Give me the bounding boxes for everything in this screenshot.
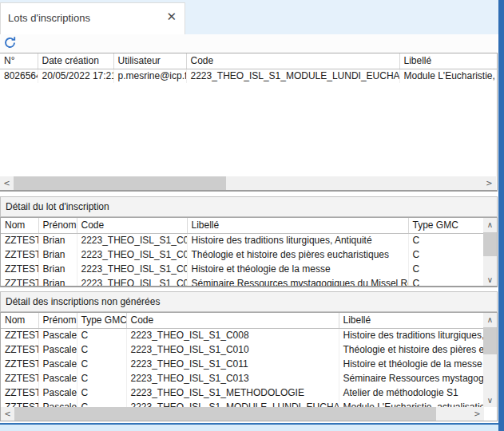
column-header[interactable]: Code bbox=[126, 313, 339, 328]
column-header[interactable]: Libellé bbox=[187, 218, 408, 233]
section-title: Détail des inscriptions non générées bbox=[6, 296, 160, 307]
cell: ZZTEST3 bbox=[1, 233, 38, 247]
cell: Histoire des traditions liturgiques, Ant bbox=[339, 328, 484, 342]
column-header[interactable]: Type GMC bbox=[77, 313, 126, 328]
cell: Histoire et théologie de la messe bbox=[339, 357, 484, 371]
scroll-down-icon[interactable]: ∨ bbox=[483, 393, 497, 407]
scrollbar-thumb[interactable] bbox=[483, 232, 497, 256]
tab-bar: Lots d'inscriptions ✕ bbox=[0, 0, 498, 34]
cell: 20/05/2022 17:21 bbox=[38, 69, 113, 83]
column-header[interactable]: Libellé bbox=[339, 313, 484, 328]
column-header[interactable]: Libellé bbox=[399, 53, 497, 69]
cell: C bbox=[408, 262, 484, 276]
column-header[interactable]: Date création bbox=[38, 53, 113, 69]
cell: C bbox=[408, 233, 484, 247]
cell: ZZTEST1 bbox=[1, 342, 38, 357]
cell: 2223_THEO_ISL_S1_METHODOLOGIE bbox=[126, 386, 339, 400]
cell: C bbox=[77, 342, 126, 357]
column-header[interactable]: Nom bbox=[1, 218, 38, 233]
cell: p.mesrine@icp.fr bbox=[113, 69, 186, 83]
tab-lots-inscriptions[interactable]: Lots d'inscriptions ✕ bbox=[0, 2, 185, 34]
non-generees-table: NomPrénomType GMCCodeLibelléZZTEST1Pasca… bbox=[1, 313, 484, 414]
table-row[interactable]: ZZTEST1PascaleC2223_THEO_ISL_S1_C011Hist… bbox=[1, 357, 484, 371]
cell: ZZTEST1 bbox=[1, 386, 38, 400]
table-row[interactable]: 8026564320/05/2022 17:21p.mesrine@icp.fr… bbox=[0, 69, 497, 83]
non-generees-grid-panel: NomPrénomType GMCCodeLibelléZZTEST1Pasca… bbox=[0, 312, 498, 421]
scrollbar-thumb[interactable] bbox=[483, 327, 497, 354]
cell: Histoire et théologie de la messe bbox=[187, 262, 408, 276]
cell: Pascale bbox=[38, 342, 77, 357]
cell: Théologie et histoire des pières euchari… bbox=[187, 247, 408, 262]
column-header[interactable]: Utilisateur bbox=[113, 53, 186, 69]
table-row[interactable]: ZZTEST3Brian2223_THEO_ISL_S1_C013Séminai… bbox=[1, 276, 484, 287]
table-row[interactable]: ZZTEST3Brian2223_THEO_ISL_S1_C010Théolog… bbox=[1, 247, 484, 262]
cell: C bbox=[77, 328, 126, 342]
cell: C bbox=[408, 276, 484, 287]
cell: 2223_THEO_ISL_S1_C013 bbox=[126, 371, 339, 386]
lots-table: N°Date créationUtilisateurCodeLibellé802… bbox=[0, 53, 497, 83]
cell: Séminaire Ressources mystagogiques bbox=[339, 371, 484, 386]
scroll-up-icon[interactable]: ∧ bbox=[483, 313, 497, 326]
cell: Brian bbox=[38, 276, 77, 287]
table-row[interactable]: ZZTEST1PascaleC2223_THEO_ISL_S1_C013Sémi… bbox=[1, 371, 484, 386]
refresh-icon bbox=[3, 41, 17, 52]
cell: Pascale bbox=[38, 328, 77, 342]
cell: 2223_THEO_ISL_S1_C010 bbox=[126, 342, 339, 357]
section-title: Détail du lot d'inscription bbox=[6, 201, 109, 212]
cell: 2223_THEO_ISL_S1_C013 bbox=[77, 276, 187, 287]
lots-horizontal-scrollbar[interactable]: < > bbox=[0, 176, 496, 190]
scrollbar-thumb[interactable] bbox=[14, 176, 226, 190]
cell: Brian bbox=[38, 247, 77, 262]
close-icon[interactable]: ✕ bbox=[166, 10, 177, 24]
cell: C bbox=[408, 247, 484, 262]
cell: Atelier de méthodologie S1 bbox=[339, 386, 484, 400]
detail-lot-vertical-scrollbar[interactable]: ∧ ∨ bbox=[483, 218, 497, 287]
table-row[interactable]: ZZTEST1PascaleC2223_THEO_ISL_S1_C008Hist… bbox=[1, 328, 484, 342]
header-row: NomPrénomType GMCCodeLibellé bbox=[1, 313, 484, 328]
cell: 2223_THEO_ISL_S1_MODULE_LUNDI_EUCHARISTI… bbox=[186, 69, 399, 83]
window-bottom-strip bbox=[0, 423, 498, 431]
toolbar bbox=[0, 34, 498, 53]
scroll-up-icon[interactable]: ∧ bbox=[483, 218, 497, 231]
scroll-left-icon[interactable]: < bbox=[0, 176, 14, 190]
cell: Pascale bbox=[38, 357, 77, 371]
detail-lot-section-header: Détail du lot d'inscription bbox=[0, 196, 498, 217]
column-header[interactable]: Prénom bbox=[38, 218, 77, 233]
scroll-left-icon[interactable]: < bbox=[1, 407, 14, 421]
cell: 2223_THEO_ISL_S1_C010 bbox=[77, 247, 187, 262]
cell: ZZTEST3 bbox=[1, 276, 38, 287]
cell: C bbox=[77, 357, 126, 371]
column-header[interactable]: Code bbox=[186, 53, 399, 69]
detail-lot-grid-panel: NomPrénomCodeLibelléType GMCZZTEST3Brian… bbox=[0, 217, 498, 287]
column-header[interactable]: Nom bbox=[1, 313, 38, 328]
column-header[interactable]: N° bbox=[0, 53, 38, 69]
column-header[interactable]: Prénom bbox=[38, 313, 77, 328]
cell: Module L'Eucharistie, actu bbox=[399, 69, 497, 83]
non-generees-horizontal-scrollbar[interactable]: < > bbox=[1, 407, 484, 421]
lots-grid-panel: N°Date créationUtilisateurCodeLibellé802… bbox=[0, 53, 498, 192]
cell: Brian bbox=[38, 233, 77, 247]
cell: 80265643 bbox=[0, 69, 38, 83]
table-row[interactable]: ZZTEST1PascaleC2223_THEO_ISL_S1_METHODOL… bbox=[1, 386, 484, 400]
scrollbar-thumb[interactable] bbox=[14, 407, 436, 421]
cell: ZZTEST1 bbox=[1, 357, 38, 371]
column-header[interactable]: Code bbox=[77, 218, 187, 233]
refresh-button[interactable] bbox=[3, 36, 19, 52]
scroll-right-icon[interactable]: > bbox=[470, 407, 484, 421]
detail-lot-table: NomPrénomCodeLibelléType GMCZZTEST3Brian… bbox=[1, 218, 484, 287]
cell: ZZTEST1 bbox=[1, 371, 38, 386]
column-header[interactable]: Type GMC bbox=[408, 218, 484, 233]
scroll-right-icon[interactable]: > bbox=[482, 176, 496, 190]
cell: 2223_THEO_ISL_S1_C011 bbox=[126, 357, 339, 371]
cell: ZZTEST3 bbox=[1, 247, 38, 262]
scroll-down-icon[interactable]: ∨ bbox=[483, 273, 497, 287]
cell: 2223_THEO_ISL_S1_C008 bbox=[126, 328, 339, 342]
table-row[interactable]: ZZTEST3Brian2223_THEO_ISL_S1_C011Histoir… bbox=[1, 262, 484, 276]
cell: Brian bbox=[38, 262, 77, 276]
cell: C bbox=[77, 386, 126, 400]
table-row[interactable]: ZZTEST1PascaleC2223_THEO_ISL_S1_C010Théo… bbox=[1, 342, 484, 357]
table-row[interactable]: ZZTEST3Brian2223_THEO_ISL_S1_C008Histoir… bbox=[1, 233, 484, 247]
header-row: NomPrénomCodeLibelléType GMC bbox=[1, 218, 484, 233]
non-generees-vertical-scrollbar[interactable]: ∧ ∨ bbox=[483, 313, 497, 407]
cell: Théologie et histoire des pières eucha bbox=[339, 342, 484, 357]
